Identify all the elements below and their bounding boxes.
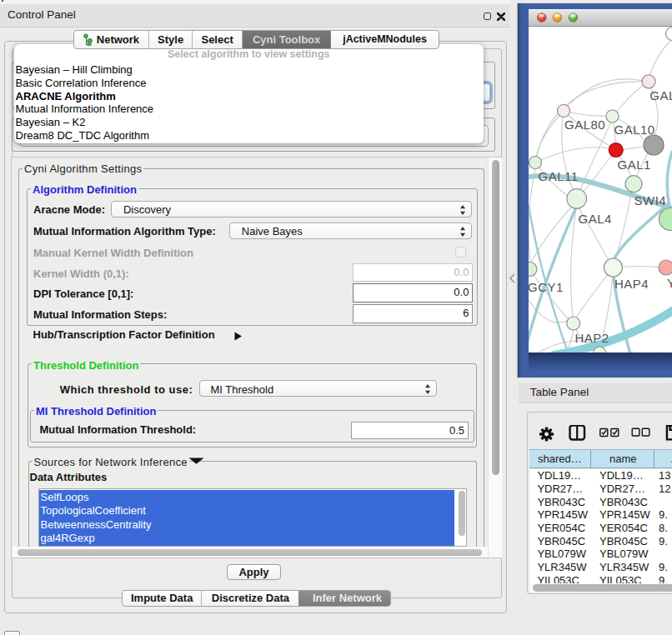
svg-text:GAL11: GAL11 — [539, 169, 579, 183]
svg-text:GAL1: GAL1 — [618, 158, 651, 172]
svg-text:GAL80: GAL80 — [564, 118, 605, 132]
svg-text:SWI4: SWI4 — [634, 193, 667, 208]
svg-text:HAP2: HAP2 — [575, 331, 609, 345]
svg-text:HAP4: HAP4 — [614, 277, 649, 291]
svg-text:Y: Y — [667, 276, 672, 290]
svg-text:GAL: GAL — [649, 88, 672, 102]
svg-text:GAL4: GAL4 — [579, 212, 612, 226]
svg-text:GAL10: GAL10 — [614, 122, 655, 137]
svg-text:GCY1: GCY1 — [529, 280, 564, 294]
